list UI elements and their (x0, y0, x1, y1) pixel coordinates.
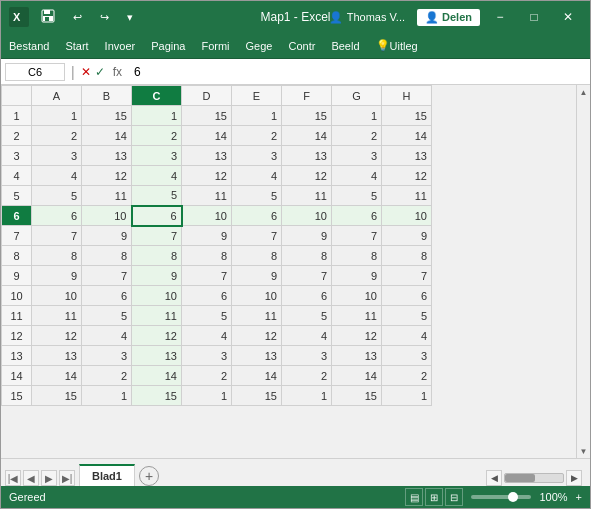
cell-A7[interactable]: 7 (32, 226, 82, 246)
cell-D4[interactable]: 12 (182, 166, 232, 186)
cell-B1[interactable]: 15 (82, 106, 132, 126)
col-header-f[interactable]: F (282, 86, 332, 106)
cell-C14[interactable]: 14 (132, 366, 182, 386)
cell-B10[interactable]: 6 (82, 286, 132, 306)
cell-B9[interactable]: 7 (82, 266, 132, 286)
row-header-15[interactable]: 15 (2, 386, 32, 406)
cell-B8[interactable]: 8 (82, 246, 132, 266)
cell-F4[interactable]: 12 (282, 166, 332, 186)
cell-F7[interactable]: 9 (282, 226, 332, 246)
formula-input[interactable] (130, 65, 586, 79)
cell-H12[interactable]: 4 (382, 326, 432, 346)
cell-C11[interactable]: 11 (132, 306, 182, 326)
cell-D14[interactable]: 2 (182, 366, 232, 386)
cell-A2[interactable]: 2 (32, 126, 82, 146)
user-profile[interactable]: 👤 Thomas V... (323, 9, 411, 26)
cell-H11[interactable]: 5 (382, 306, 432, 326)
cell-C13[interactable]: 13 (132, 346, 182, 366)
cell-E9[interactable]: 9 (232, 266, 282, 286)
row-header-7[interactable]: 7 (2, 226, 32, 246)
cell-H8[interactable]: 8 (382, 246, 432, 266)
cell-H6[interactable]: 10 (382, 206, 432, 226)
page-layout-button[interactable]: ⊞ (425, 488, 443, 506)
zoom-slider[interactable] (471, 495, 531, 499)
cell-G15[interactable]: 15 (332, 386, 382, 406)
col-header-d[interactable]: D (182, 86, 232, 106)
cell-C7[interactable]: 7 (132, 226, 182, 246)
page-break-button[interactable]: ⊟ (445, 488, 463, 506)
col-header-h[interactable]: H (382, 86, 432, 106)
cell-A8[interactable]: 8 (32, 246, 82, 266)
cell-B15[interactable]: 1 (82, 386, 132, 406)
cell-G1[interactable]: 1 (332, 106, 382, 126)
cell-H2[interactable]: 14 (382, 126, 432, 146)
menu-start[interactable]: Start (57, 33, 96, 58)
cell-C4[interactable]: 4 (132, 166, 182, 186)
cell-C3[interactable]: 3 (132, 146, 182, 166)
row-header-2[interactable]: 2 (2, 126, 32, 146)
cell-C5[interactable]: 5 (132, 186, 182, 206)
cell-C2[interactable]: 2 (132, 126, 182, 146)
cell-E12[interactable]: 12 (232, 326, 282, 346)
cell-H4[interactable]: 12 (382, 166, 432, 186)
cell-E7[interactable]: 7 (232, 226, 282, 246)
undo-button[interactable]: ↩ (67, 9, 88, 26)
cell-D9[interactable]: 7 (182, 266, 232, 286)
menu-formulas[interactable]: Formi (193, 33, 237, 58)
cell-E10[interactable]: 10 (232, 286, 282, 306)
cell-F8[interactable]: 8 (282, 246, 332, 266)
cell-B3[interactable]: 13 (82, 146, 132, 166)
menu-beeld[interactable]: Beeld (323, 33, 367, 58)
cell-F9[interactable]: 7 (282, 266, 332, 286)
col-header-g[interactable]: G (332, 86, 382, 106)
tab-first[interactable]: |◀ (5, 470, 21, 486)
cell-D15[interactable]: 1 (182, 386, 232, 406)
cell-B14[interactable]: 2 (82, 366, 132, 386)
cell-B13[interactable]: 3 (82, 346, 132, 366)
col-header-e[interactable]: E (232, 86, 282, 106)
cell-E14[interactable]: 14 (232, 366, 282, 386)
cell-B5[interactable]: 11 (82, 186, 132, 206)
cell-C15[interactable]: 15 (132, 386, 182, 406)
menu-invoer[interactable]: Invoer (97, 33, 144, 58)
cell-G8[interactable]: 8 (332, 246, 382, 266)
row-header-13[interactable]: 13 (2, 346, 32, 366)
cell-E11[interactable]: 11 (232, 306, 282, 326)
cell-G4[interactable]: 4 (332, 166, 382, 186)
close-button[interactable]: ✕ (554, 3, 582, 31)
minimize-button[interactable]: − (486, 3, 514, 31)
cell-H1[interactable]: 15 (382, 106, 432, 126)
menu-controleren[interactable]: Contr (280, 33, 323, 58)
cell-A13[interactable]: 13 (32, 346, 82, 366)
cancel-icon[interactable]: ✕ (81, 65, 91, 79)
row-header-5[interactable]: 5 (2, 186, 32, 206)
cell-G9[interactable]: 9 (332, 266, 382, 286)
cell-B11[interactable]: 5 (82, 306, 132, 326)
cell-F3[interactable]: 13 (282, 146, 332, 166)
cell-G3[interactable]: 3 (332, 146, 382, 166)
cell-H7[interactable]: 9 (382, 226, 432, 246)
cell-C9[interactable]: 9 (132, 266, 182, 286)
cell-A14[interactable]: 14 (32, 366, 82, 386)
menu-bestand[interactable]: Bestand (1, 33, 57, 58)
normal-view-button[interactable]: ▤ (405, 488, 423, 506)
row-header-14[interactable]: 14 (2, 366, 32, 386)
cell-reference[interactable] (5, 63, 65, 81)
cell-F12[interactable]: 4 (282, 326, 332, 346)
cell-B7[interactable]: 9 (82, 226, 132, 246)
cell-F5[interactable]: 11 (282, 186, 332, 206)
cell-G12[interactable]: 12 (332, 326, 382, 346)
cell-E1[interactable]: 1 (232, 106, 282, 126)
cell-E15[interactable]: 15 (232, 386, 282, 406)
cell-D6[interactable]: 10 (182, 206, 232, 226)
confirm-icon[interactable]: ✓ (95, 65, 105, 79)
cell-D11[interactable]: 5 (182, 306, 232, 326)
cell-E2[interactable]: 2 (232, 126, 282, 146)
cell-B6[interactable]: 10 (82, 206, 132, 226)
cell-E3[interactable]: 3 (232, 146, 282, 166)
cell-E13[interactable]: 13 (232, 346, 282, 366)
cell-G10[interactable]: 10 (332, 286, 382, 306)
row-header-10[interactable]: 10 (2, 286, 32, 306)
cell-C8[interactable]: 8 (132, 246, 182, 266)
cell-A11[interactable]: 11 (32, 306, 82, 326)
